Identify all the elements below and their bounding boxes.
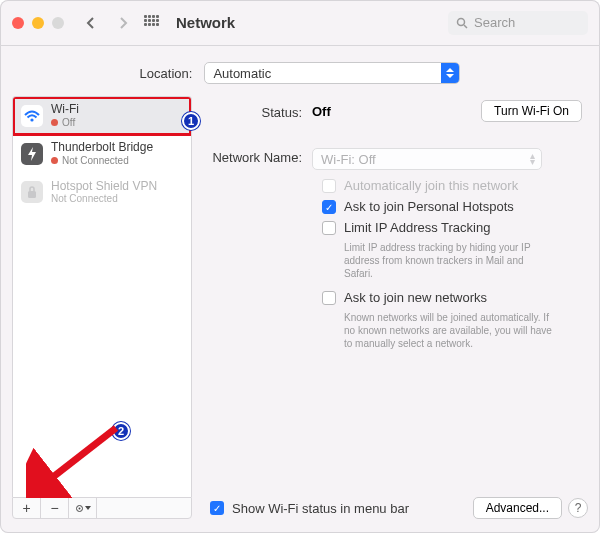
updown-icon (441, 63, 459, 83)
location-value: Automatic (213, 66, 271, 81)
sidebar-item-thunderbolt[interactable]: Thunderbolt Bridge Not Connected (13, 135, 191, 173)
titlebar: Network Search (0, 0, 600, 46)
close-window-button[interactable] (12, 17, 24, 29)
show-all-button[interactable] (144, 15, 160, 31)
location-select[interactable]: Automatic (204, 62, 460, 84)
network-name-label: Network Name: (202, 148, 312, 165)
service-name: Wi-Fi (51, 103, 79, 117)
service-name: Hotspot Shield VPN (51, 180, 157, 194)
location-label: Location: (140, 66, 193, 81)
window-title: Network (176, 14, 235, 31)
svg-line-1 (464, 25, 467, 28)
sidebar-item-wifi[interactable]: Wi-Fi Off (13, 97, 191, 135)
limit-ip-hint: Limit IP address tracking by hiding your… (344, 241, 554, 280)
menubar-checkbox[interactable]: ✓ (210, 501, 224, 515)
auto-join-checkbox: Automatically join this network (322, 178, 582, 193)
zoom-window-button[interactable] (52, 17, 64, 29)
location-row: Location: Automatic (0, 46, 600, 96)
options-group: Automatically join this network ✓ Ask to… (322, 178, 582, 350)
wifi-toggle-button[interactable]: Turn Wi-Fi On (481, 100, 582, 122)
sidebar: Wi-Fi Off Thunderbolt Bridge Not Connect… (12, 96, 192, 519)
forward-button[interactable] (112, 12, 134, 34)
status-dot-icon (51, 119, 58, 126)
ask-new-checkbox[interactable]: Ask to join new networks (322, 290, 582, 305)
status-label: Status: (202, 103, 312, 120)
window-controls (12, 17, 64, 29)
personal-hotspot-checkbox[interactable]: ✓ Ask to join Personal Hotspots (322, 199, 582, 214)
option-label: Limit IP Address Tracking (344, 220, 490, 235)
search-field[interactable]: Search (448, 11, 588, 35)
status-value: Off (312, 104, 481, 119)
help-button[interactable]: ? (568, 498, 588, 518)
lock-icon (21, 181, 43, 203)
menubar-label: Show Wi-Fi status in menu bar (232, 501, 409, 516)
service-status: Not Connected (62, 155, 129, 167)
network-preferences-window: Network Search Location: Automatic Wi-Fi (0, 0, 600, 533)
back-button[interactable] (80, 12, 102, 34)
ask-new-hint: Known networks will be joined automatica… (344, 311, 554, 350)
checkbox-icon (322, 179, 336, 193)
body: Wi-Fi Off Thunderbolt Bridge Not Connect… (0, 96, 600, 531)
svg-point-0 (458, 18, 465, 25)
service-status: Off (62, 117, 75, 129)
sidebar-item-vpn[interactable]: Hotspot Shield VPN Not Connected (13, 174, 191, 212)
svg-rect-3 (28, 191, 36, 198)
option-label: Ask to join Personal Hotspots (344, 199, 514, 214)
service-list: Wi-Fi Off Thunderbolt Bridge Not Connect… (12, 96, 192, 497)
search-placeholder: Search (474, 15, 515, 30)
status-dot-icon (51, 157, 58, 164)
checkbox-icon (322, 291, 336, 305)
chevron-right-icon (118, 17, 128, 29)
checkbox-icon (322, 221, 336, 235)
thunderbolt-icon (21, 143, 43, 165)
network-name-select: Wi-Fi: Off ▴▾ (312, 148, 542, 170)
advanced-button[interactable]: Advanced... (473, 497, 562, 519)
service-name: Thunderbolt Bridge (51, 141, 153, 155)
detail-pane: Status: Off Turn Wi-Fi On Network Name: … (192, 96, 588, 519)
search-icon (456, 17, 468, 29)
wifi-icon (21, 105, 43, 127)
option-label: Ask to join new networks (344, 290, 487, 305)
svg-point-2 (30, 118, 33, 121)
network-name-value: Wi-Fi: Off (321, 152, 376, 167)
minimize-window-button[interactable] (32, 17, 44, 29)
updown-icon: ▴▾ (530, 153, 535, 165)
chevron-left-icon (86, 17, 96, 29)
service-status: Not Connected (51, 193, 118, 205)
checkbox-checked-icon: ✓ (322, 200, 336, 214)
footer: ✓ Show Wi-Fi status in menu bar Advanced… (12, 497, 588, 519)
limit-ip-checkbox[interactable]: Limit IP Address Tracking (322, 220, 582, 235)
option-label: Automatically join this network (344, 178, 518, 193)
